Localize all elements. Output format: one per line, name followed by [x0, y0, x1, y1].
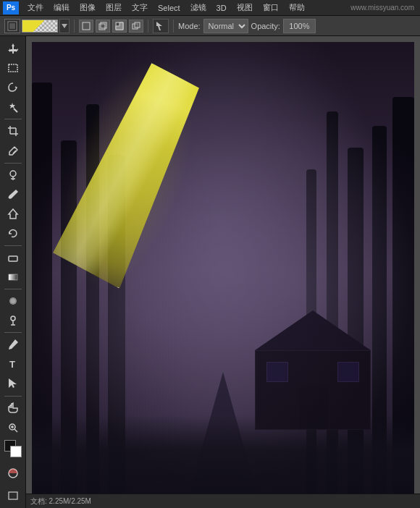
svg-rect-12: [9, 64, 17, 72]
tool-sep-4: [4, 289, 22, 289]
zoom-tool[interactable]: [3, 418, 23, 437]
marquee-tool[interactable]: [3, 59, 23, 77]
healing-brush-tool[interactable]: [3, 166, 23, 185]
doc-size-text: 文档: 2.25M/2.25M: [30, 496, 91, 507]
tool-sep-1: [4, 119, 22, 119]
svg-rect-5: [101, 22, 106, 28]
crop-tool[interactable]: [3, 122, 23, 140]
blur-tool[interactable]: [3, 292, 23, 310]
background-color[interactable]: [10, 446, 22, 457]
svg-marker-11: [8, 43, 18, 54]
svg-marker-2: [62, 24, 67, 28]
eraser-tool[interactable]: [3, 248, 23, 267]
svg-rect-4: [99, 24, 105, 30]
menu-filter[interactable]: 滤镜: [186, 1, 211, 14]
swatch-preview[interactable]: [22, 20, 58, 33]
add-selection-btn[interactable]: [96, 20, 110, 33]
svg-rect-23: [9, 256, 17, 261]
hand-tool[interactable]: [3, 398, 23, 417]
path-selection-tool[interactable]: [3, 374, 23, 393]
mode-select[interactable]: Normal: [203, 19, 248, 33]
menu-select[interactable]: Select: [154, 2, 185, 14]
separator-2: [148, 20, 148, 33]
menu-image[interactable]: 图像: [75, 1, 100, 14]
menu-type[interactable]: 文字: [127, 1, 152, 14]
text-tool[interactable]: T: [3, 355, 23, 373]
svg-point-26: [11, 299, 15, 303]
intersect-selection-btn[interactable]: [129, 20, 143, 33]
menu-edit[interactable]: 编辑: [49, 1, 74, 14]
transform-selection-btn[interactable]: [153, 19, 169, 33]
menu-layer[interactable]: 图层: [101, 1, 126, 14]
tool-sep-3: [4, 245, 22, 246]
tool-sep-2: [4, 163, 22, 164]
lasso-tool[interactable]: [3, 78, 23, 97]
shape-mode-group: [79, 20, 143, 33]
svg-marker-31: [9, 378, 17, 388]
mode-label: Mode:: [178, 22, 201, 30]
separator-1: [74, 20, 75, 33]
move-tool[interactable]: [3, 39, 23, 58]
svg-rect-24: [9, 274, 17, 280]
svg-rect-9: [135, 22, 140, 27]
color-swatches: [3, 439, 23, 459]
pen-tool[interactable]: [3, 335, 23, 354]
menu-window[interactable]: 窗口: [259, 1, 283, 14]
tool-sep-6: [4, 396, 22, 397]
new-selection-btn[interactable]: [79, 20, 93, 33]
svg-point-27: [11, 316, 15, 321]
main-area: T: [0, 36, 420, 508]
website-label: www.missyuan.com: [350, 4, 414, 12]
clone-stamp-tool[interactable]: [3, 205, 23, 224]
tool-preset-picker[interactable]: [4, 19, 20, 33]
screen-mode-btn[interactable]: [3, 486, 23, 505]
menu-help[interactable]: 帮助: [285, 1, 309, 14]
svg-marker-10: [156, 22, 162, 30]
canvas-area[interactable]: 文档: 2.25M/2.25M: [26, 36, 420, 508]
brush-tool[interactable]: [3, 185, 23, 204]
svg-marker-13: [9, 103, 15, 109]
ps-logo: Ps: [3, 1, 19, 14]
svg-point-20: [10, 171, 16, 177]
history-brush-tool[interactable]: [3, 224, 23, 243]
svg-rect-1: [9, 23, 15, 29]
status-bar: 文档: 2.25M/2.25M: [26, 494, 420, 508]
options-bar: Mode: Normal Opacity:: [0, 16, 420, 36]
svg-text:T: T: [9, 359, 15, 370]
tool-sep-5: [4, 332, 22, 333]
menu-file[interactable]: 文件: [23, 1, 48, 14]
svg-line-14: [14, 109, 17, 112]
eyedropper-tool[interactable]: [3, 141, 23, 160]
gradient-tool[interactable]: [3, 268, 23, 287]
svg-rect-37: [9, 492, 17, 499]
atmosphere: [32, 42, 414, 502]
swatch-dropdown[interactable]: [59, 19, 70, 33]
dodge-tool[interactable]: [3, 311, 23, 330]
separator-3: [173, 20, 174, 33]
svg-line-33: [14, 429, 17, 432]
toolbar: T: [0, 36, 26, 508]
menu-view[interactable]: 视图: [232, 1, 257, 14]
menu-3d[interactable]: 3D: [212, 2, 231, 14]
menu-bar: Ps 文件 编辑 图像 图层 文字 Select 滤镜 3D 视图 窗口 帮助 …: [0, 0, 420, 16]
quick-mask-btn[interactable]: [3, 464, 23, 483]
opacity-input[interactable]: [283, 19, 316, 33]
subtract-selection-btn[interactable]: [112, 20, 127, 33]
svg-rect-3: [83, 22, 90, 30]
opacity-label: Opacity:: [251, 22, 280, 30]
canvas: [32, 42, 414, 502]
magic-wand-tool[interactable]: [3, 98, 23, 117]
